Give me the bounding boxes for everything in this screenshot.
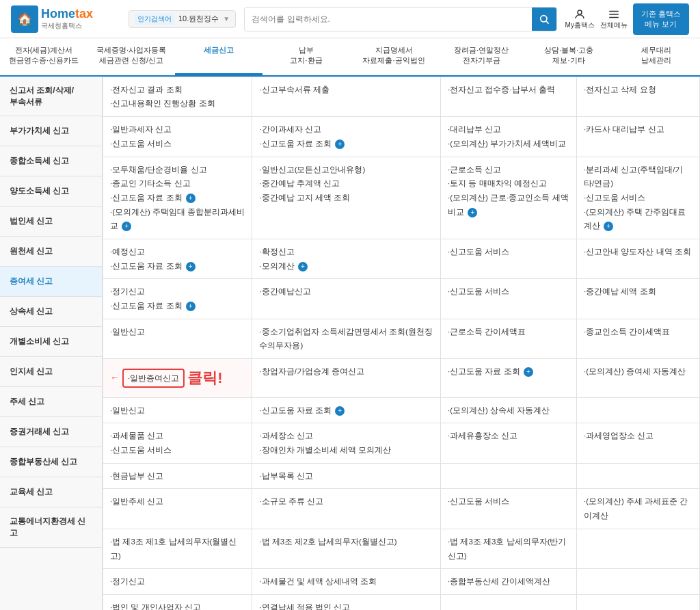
link[interactable]: ·소규모 주류 신고 [259, 494, 433, 509]
link[interactable]: ·모두채움/단순경비율 신고 [110, 163, 245, 177]
link[interactable]: ·신고도움 자료 조회 + [259, 403, 433, 418]
sidebar-item-liquor[interactable]: 주세 신고 [0, 387, 102, 417]
plus-icon[interactable]: + [186, 262, 196, 271]
tab-year-end[interactable]: 장려금·연말정산전자기부금 [438, 38, 525, 75]
link[interactable]: ·현금납부 신고 [110, 469, 245, 483]
link[interactable]: ·토지 등 매매차익 예정신고 [448, 176, 569, 191]
link[interactable]: ·신고도움 서비스 [448, 284, 569, 299]
chevron-down-icon[interactable]: ▼ [223, 15, 230, 23]
tab-payment-statement[interactable]: 지급명세서자료제출·공익법인 [350, 38, 438, 75]
full-menu-button[interactable]: 전체메뉴 [600, 8, 628, 30]
link[interactable]: ·신고부속서류 제출 [259, 83, 433, 97]
link[interactable]: ·정기신고 [110, 574, 245, 589]
tab-tax-report[interactable]: 세금신고 [175, 38, 262, 75]
tab-payment[interactable]: 납부고지·환급 [262, 38, 350, 75]
plus-icon[interactable]: + [298, 262, 308, 271]
sidebar-item-inheritance[interactable]: 상속세 신고 [0, 297, 102, 327]
sidebar-item-real-estate[interactable]: 종합부동산세 신고 [0, 447, 102, 477]
link[interactable]: ·과세영업장소 신고 [584, 429, 692, 443]
sidebar-item-withholding[interactable]: 원천세 신고 [0, 237, 102, 267]
link[interactable]: ·간이과세자 신고 [259, 122, 433, 137]
link[interactable]: ·일반신고 [110, 403, 245, 418]
link[interactable]: ·분리과세 신고(주택임대/기타/연금) [584, 163, 692, 191]
link[interactable]: ·과세장소 신고 [259, 429, 433, 443]
link[interactable]: ·중소기업취업자 소득세감면명세서 조회(원천징수의무자용) [259, 325, 433, 353]
link[interactable]: ·신고안내 양도자산 내역 조회 [584, 245, 692, 259]
plus-icon[interactable]: + [335, 140, 345, 149]
search-button[interactable] [532, 8, 556, 31]
link[interactable]: ·법 제3조 제1호 납세의무자(월별신고) [110, 535, 245, 563]
link[interactable]: ·과세유흥장소 신고 [448, 429, 569, 443]
link[interactable]: ·근로소득 간이세액표 [448, 325, 569, 339]
link[interactable]: ·카드사 대리납부 신고 [584, 122, 692, 137]
link[interactable]: ·창업자금/가업승계 증여신고 [259, 364, 433, 379]
link[interactable]: ·모의계산 + [259, 259, 433, 274]
link[interactable]: ·법 제3조 제2호 납세의무자(월별신고) [259, 535, 433, 549]
link[interactable]: ·확정신고 [259, 245, 433, 259]
link[interactable]: ·중간예납신고 [259, 284, 433, 299]
sidebar-item-securities[interactable]: 증권거래세 신고 [0, 417, 102, 447]
plus-icon[interactable]: + [122, 222, 131, 231]
my-hometax-button[interactable]: My홈택스 [565, 8, 595, 30]
link[interactable]: ·(모의계산) 상속세 자동계산 [448, 403, 569, 418]
plus-icon[interactable]: + [186, 302, 196, 311]
link[interactable]: ·전자신고 삭제 요청 [584, 83, 692, 97]
link[interactable]: ·중간예납 추계액 신고 [259, 176, 433, 191]
link[interactable]: ·신고내용확인 진행상황 조회 [110, 96, 245, 111]
link[interactable]: ·종교인 기타소득 신고 [110, 176, 245, 191]
sidebar-item-education[interactable]: 교육세 신고 [0, 477, 102, 507]
link[interactable]: ·일반주세 신고 [110, 494, 245, 509]
link[interactable]: ·신고도움 서비스 [448, 245, 569, 259]
sidebar-item-consumption[interactable]: 개별소비세 신고 [0, 327, 102, 357]
link[interactable]: ·신고도움 자료 조회 + [110, 259, 245, 274]
link[interactable]: ·납부목록 신고 [259, 469, 433, 483]
link[interactable]: ·일반신고 [110, 325, 245, 339]
link[interactable]: ·중간예납 고지 세액 조회 [259, 191, 433, 205]
link[interactable]: ·중간예납 세액 조회 [584, 284, 692, 299]
sidebar-item-income[interactable]: 종합소득세 신고 [0, 146, 102, 176]
sidebar-item-corporate[interactable]: 법인세 신고 [0, 207, 102, 237]
link[interactable]: ·일반신고(모든신고안내유형) [259, 163, 433, 177]
popular-search[interactable]: 인기검색어 10.원천징수 ▼ [129, 10, 236, 28]
sidebar-item-stamp[interactable]: 인지세 신고 [0, 357, 102, 387]
link[interactable]: ·신고도움 자료 조회 + [110, 191, 245, 205]
link[interactable]: ·예정신고 [110, 245, 245, 259]
sidebar-item-filing-manage[interactable]: 신고서 조회/삭제/부속서류 [0, 77, 102, 117]
link[interactable]: ·신고도움 자료 조회 + [448, 364, 569, 379]
link[interactable]: ·정기신고 [110, 284, 245, 299]
link[interactable]: ·법 제3조 제3호 납세의무자(반기신고) [448, 535, 569, 563]
link[interactable]: ·법인 및 개인사업자 신고 [110, 600, 245, 610]
link[interactable]: ·대리납부 신고 [448, 122, 569, 137]
sidebar-item-vat[interactable]: 부가가치세 신고 [0, 116, 102, 146]
link[interactable]: ·(모의계산) 근로·종교인소득 세액비교 + [448, 191, 569, 219]
link[interactable]: ·(모의계산) 증여세 자동계산 [584, 364, 692, 379]
link[interactable]: ·과세물건 및 세액 상세내역 조회 [259, 574, 433, 589]
tab-registration[interactable]: 국세증명·사업자등록세금관련 신청/신고 [88, 38, 175, 75]
link[interactable]: ·(모의계산) 주택임대 종합분리과세비교 + [110, 205, 245, 233]
link[interactable]: ·신고도움 서비스 [110, 443, 245, 458]
plus-icon[interactable]: + [468, 208, 477, 217]
plus-icon[interactable]: + [524, 367, 533, 377]
link[interactable]: ·전자신고 접수증·납부서 출력 [448, 83, 569, 97]
tab-receipts[interactable]: 전자(세금)계산서현금영수증·신용카드 [0, 38, 88, 75]
plus-icon[interactable]: + [604, 222, 613, 231]
link[interactable]: ·(모의계산) 주택 간주임대료 계산 + [584, 205, 692, 233]
gift-general-link[interactable]: ·일반증여신고 [122, 369, 185, 388]
link[interactable]: ·신고도움 서비스 [448, 494, 569, 509]
tab-agent[interactable]: 세무대리납세관리 [612, 38, 700, 75]
link[interactable]: ·종교인소득 간이세액표 [584, 325, 692, 339]
search-input[interactable] [245, 10, 531, 28]
link[interactable]: ·일반과세자 신고 [110, 122, 245, 137]
sidebar-item-transfer[interactable]: 양도소득세 신고 [0, 176, 102, 207]
link[interactable]: ·신고도움 자료 조회 + [110, 299, 245, 313]
link[interactable]: ·과세물품 신고 [110, 429, 245, 443]
sidebar-item-gift[interactable]: 증여세 신고 [0, 267, 102, 297]
link[interactable]: ·신고도움 자료 조회 + [259, 137, 433, 151]
link[interactable]: ·(모의계산) 주세 과세표준 간이계산 [584, 494, 692, 522]
classic-menu-button[interactable]: 기존 홈택스 메뉴 보기 [633, 3, 689, 35]
link[interactable]: ·장애인차 개별소비세 세액 모의계산 [259, 443, 433, 458]
link[interactable]: ·종합부동산세 간이세액계산 [448, 574, 569, 589]
sidebar-item-traffic[interactable]: 교통에너지환경세 신고 [0, 507, 102, 548]
link[interactable]: ·(모의계산) 부가가치세 세액비교 [448, 137, 569, 151]
link[interactable]: ·신고도움 서비스 [584, 191, 692, 205]
